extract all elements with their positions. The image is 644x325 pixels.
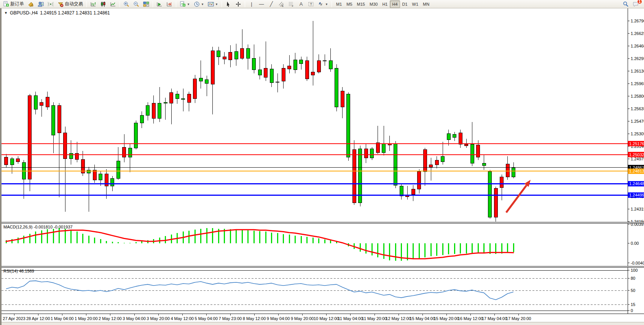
bar-chart-icon xyxy=(90,1,96,7)
line-chart-button[interactable] xyxy=(108,0,118,8)
time-tick xyxy=(110,314,110,315)
time-tick xyxy=(86,314,86,315)
label-tool-button[interactable]: T xyxy=(306,0,316,8)
chart-header: ▼ GBPUSD-,H4 1.24915 1.24927 1.24831 1.2… xyxy=(4,10,110,16)
toolbar-separator xyxy=(332,1,332,7)
trendline-tool-button[interactable]: ╱ xyxy=(267,0,276,8)
macd-current-values: -0.001810 -0.001937 xyxy=(33,225,72,229)
time-tick xyxy=(494,314,495,315)
tile-windows-icon xyxy=(143,1,149,7)
text-tool-button[interactable]: A xyxy=(296,0,306,8)
zoom-in-icon xyxy=(123,1,129,7)
time-tick xyxy=(326,314,327,315)
auto-scroll-button[interactable] xyxy=(155,0,164,8)
time-tick xyxy=(399,314,399,315)
rsi-pane[interactable]: 1008050150 RSI(14) 46.1569 xyxy=(2,268,644,314)
bar-chart-button[interactable] xyxy=(89,0,98,8)
svg-text:1.26790: 1.26790 xyxy=(631,19,644,23)
profile-arrow-icon xyxy=(28,1,34,7)
timeframe-M1[interactable]: M1 xyxy=(334,0,344,8)
chat-notification-badge: 1 xyxy=(637,0,642,4)
svg-text:0.00: 0.00 xyxy=(631,241,639,246)
macd-chart-svg[interactable]: 0.0039140.00-0.004049 xyxy=(2,224,644,266)
toolbar-separator xyxy=(245,1,245,7)
svg-text:1.24813: 1.24813 xyxy=(629,169,644,173)
svg-text:1.26460: 1.26460 xyxy=(631,44,644,48)
time-tick xyxy=(375,314,375,315)
macd-histogram xyxy=(6,228,513,260)
chart-symbol-label: GBPUSD-,H4 xyxy=(10,10,38,16)
timeframe-M15[interactable]: M15 xyxy=(355,0,367,8)
vertical-line-icon: | xyxy=(249,1,255,7)
svg-text:15: 15 xyxy=(631,302,635,307)
time-tick xyxy=(470,314,471,315)
crosshair-tool-button[interactable] xyxy=(234,0,243,8)
search-button[interactable] xyxy=(621,0,630,8)
zoom-out-button[interactable] xyxy=(132,0,141,8)
new-order-button[interactable]: 新订单 xyxy=(2,0,26,8)
crosshair-icon xyxy=(235,1,241,7)
indicators-button[interactable]: ▾ xyxy=(178,0,191,8)
arrows-tool-button[interactable]: ▾ xyxy=(316,0,330,8)
candlestick-chart-button[interactable] xyxy=(99,0,108,8)
horizontal-line-icon: — xyxy=(258,1,265,7)
fibonacci-tool-button[interactable]: F xyxy=(287,0,296,8)
time-tick xyxy=(206,314,207,315)
time-tick xyxy=(134,314,135,315)
chart-shift-icon xyxy=(166,1,172,7)
search-icon xyxy=(623,1,629,7)
toolbar-separator xyxy=(153,1,153,7)
price-pane[interactable]: 1.267901.266251.264601.262951.261301.259… xyxy=(2,8,644,222)
market-watch-button[interactable] xyxy=(36,0,45,8)
templates-dropdown-arrow: ▾ xyxy=(215,1,218,7)
main-toolbar: 新订单 自动交易 xyxy=(0,0,644,8)
svg-text:E: E xyxy=(282,5,284,7)
svg-text:0.003914: 0.003914 xyxy=(631,224,644,227)
horizontal-line-tool-button[interactable]: — xyxy=(257,0,266,8)
text-icon: A xyxy=(298,1,304,7)
time-tick xyxy=(14,314,14,315)
timeframe-MN[interactable]: MN xyxy=(421,0,432,8)
timeframe-H4[interactable]: H4 xyxy=(390,0,400,8)
zoom-in-button[interactable] xyxy=(122,0,131,8)
chat-button[interactable]: 1 xyxy=(631,0,640,8)
templates-button[interactable]: ▾ xyxy=(206,0,220,8)
autotrading-label: 自动交易 xyxy=(65,1,83,7)
timeframe-M5[interactable]: M5 xyxy=(344,0,354,8)
time-tick xyxy=(518,314,519,315)
chart-profile-button[interactable] xyxy=(26,0,35,8)
time-tick xyxy=(182,314,183,315)
timeframe-D1[interactable]: D1 xyxy=(400,0,410,8)
bottom-scroll-strip[interactable] xyxy=(2,322,644,325)
navigator-button[interactable] xyxy=(46,0,55,8)
price-axis-ticks: 1.267901.266251.264601.262951.261301.259… xyxy=(628,19,644,222)
svg-text:T: T xyxy=(310,2,312,6)
market-watch-icon xyxy=(38,1,44,7)
time-tick xyxy=(254,314,255,315)
chart-shift-button[interactable] xyxy=(165,0,174,8)
vertical-line-tool-button[interactable]: | xyxy=(247,0,256,8)
time-tick xyxy=(230,314,231,315)
svg-text:1.26295: 1.26295 xyxy=(631,56,644,61)
timeframe-H1[interactable]: H1 xyxy=(380,0,390,8)
svg-text:F: F xyxy=(292,5,293,7)
channel-tool-button[interactable]: E xyxy=(277,0,286,8)
timeframe-W1[interactable]: W1 xyxy=(410,0,421,8)
svg-text:1.25965: 1.25965 xyxy=(631,81,644,86)
svg-text:-0.004049: -0.004049 xyxy=(631,261,644,265)
chart-collapse-icon[interactable]: ▼ xyxy=(4,11,8,15)
rsi-level-lines xyxy=(2,278,628,304)
price-chart-svg[interactable]: 1.267901.266251.264601.262951.261301.259… xyxy=(2,8,644,222)
autotrading-button[interactable]: 自动交易 xyxy=(56,0,84,8)
indicators-dropdown-arrow: ▾ xyxy=(187,1,190,7)
tile-windows-button[interactable] xyxy=(142,0,151,8)
toolbar-separator xyxy=(222,1,222,7)
rsi-chart-svg[interactable]: 1008050150 xyxy=(2,268,644,314)
timeframe-M30[interactable]: M30 xyxy=(367,0,380,8)
channel-icon: E xyxy=(278,1,284,7)
cursor-tool-button[interactable] xyxy=(224,0,233,8)
time-axis[interactable]: 27 Apr 202328 Apr 12:001 May 04:001 May … xyxy=(2,314,644,322)
periods-button[interactable]: ▾ xyxy=(192,0,206,8)
macd-pane[interactable]: 0.0039140.00-0.004049 MACD(12,26,9) -0.0… xyxy=(2,224,644,266)
timeframe-group: M1M5M15M30H1H4D1W1MN xyxy=(334,0,432,8)
